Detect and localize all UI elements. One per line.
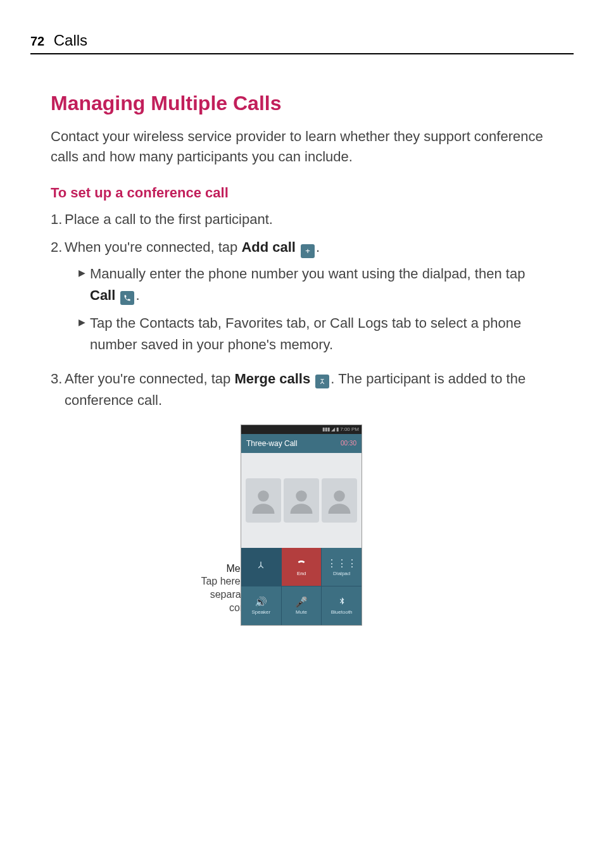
button-grid: End ⋮⋮⋮ Dialpad 🔊 Speaker 🎤 Mute Bluetoo… [241, 548, 362, 625]
triangle-icon: ▶ [79, 313, 90, 356]
step-body: After you're connected, tap Merge calls … [65, 368, 553, 411]
steps-list: 1. Place a call to the first participant… [51, 209, 553, 412]
avatar-row [241, 453, 362, 548]
speaker-button[interactable]: 🔊 Speaker [241, 586, 281, 625]
mute-icon: 🎤 [295, 596, 308, 608]
button-label: Speaker [251, 609, 270, 615]
sub-heading: To set up a conference call [51, 185, 553, 201]
end-call-icon [296, 557, 306, 569]
page-content: Managing Multiple Calls Contact your wir… [51, 92, 553, 640]
phone-icon [120, 291, 134, 305]
text-fragment: . [135, 287, 139, 303]
step-body: When you're connected, tap Add call +. ▶… [65, 237, 553, 362]
bluetooth-icon [337, 597, 346, 608]
svg-point-1 [296, 490, 307, 502]
bullet-body: Manually enter the phone number you want… [90, 263, 553, 306]
section-name: Calls [54, 32, 87, 49]
speaker-icon: 🔊 [255, 596, 267, 608]
page-header: 72 Calls [30, 32, 574, 54]
step-number: 1. [51, 209, 65, 230]
svg-point-2 [334, 490, 345, 502]
step-number: 2. [51, 237, 65, 362]
text-fragment [310, 371, 314, 387]
button-label: Bluetooth [331, 609, 353, 615]
signal-icon: ▮▮▮ ◢ ▮ [322, 426, 341, 432]
text-fragment: After you're connected, tap [65, 371, 234, 387]
text-fragment: When you're connected, tap [65, 239, 241, 255]
strong-label-merge-calls: Merge calls [234, 371, 310, 387]
merge-icon [315, 375, 329, 388]
text-fragment [115, 287, 119, 303]
button-label: Dialpad [333, 571, 350, 576]
status-time: 7:00 PM [340, 426, 359, 432]
page-number: 72 [30, 34, 44, 49]
sub-bullets: ▶ Manually enter the phone number you wa… [65, 263, 553, 356]
phone-mock: ▮▮▮ ◢ ▮ 7:00 PM Three-way Call 00:30 End [241, 425, 362, 626]
dialpad-button[interactable]: ⋮⋮⋮ Dialpad [322, 548, 362, 586]
end-button[interactable]: End [282, 548, 322, 586]
intro-paragraph: Contact your wireless service provider t… [51, 127, 553, 167]
step-3: 3. After you're connected, tap Merge cal… [51, 368, 553, 411]
text-fragment: Manually enter the phone number you want… [90, 266, 525, 282]
button-label: Mute [296, 609, 307, 615]
step-2: 2. When you're connected, tap Add call +… [51, 237, 553, 362]
step-number: 3. [51, 368, 65, 411]
sub-bullet-2: ▶ Tap the Contacts tab, Favorites tab, o… [79, 313, 553, 356]
step-body: Place a call to the first participant. [65, 209, 553, 230]
dialpad-icon: ⋮⋮⋮ [327, 557, 357, 569]
step-1: 1. Place a call to the first participant… [51, 209, 553, 230]
strong-label-add-call: Add call [241, 239, 296, 255]
mute-button[interactable]: 🎤 Mute [282, 586, 322, 625]
svg-point-0 [258, 490, 269, 502]
sub-bullet-1: ▶ Manually enter the phone number you wa… [79, 263, 553, 306]
text-fragment: . [316, 239, 320, 255]
merge-button[interactable] [241, 548, 281, 586]
button-label: End [297, 571, 306, 576]
page-title: Managing Multiple Calls [51, 92, 553, 115]
call-title: Three-way Call [246, 439, 298, 448]
avatar [284, 478, 319, 523]
bullet-body: Tap the Contacts tab, Favorites tab, or … [90, 313, 553, 356]
merge-icon [256, 560, 266, 573]
avatar [246, 478, 281, 523]
status-bar: ▮▮▮ ◢ ▮ 7:00 PM [241, 425, 362, 434]
strong-label-call: Call [90, 287, 115, 303]
bluetooth-button[interactable]: Bluetooth [322, 586, 362, 625]
avatar [322, 478, 357, 523]
text-fragment [296, 239, 299, 255]
plus-icon: + [301, 244, 315, 258]
call-timer: 00:30 [341, 440, 356, 447]
call-header: Three-way Call 00:30 [241, 434, 362, 453]
triangle-icon: ▶ [79, 263, 90, 306]
figure: Merge calls Icon Tap here to merge the s… [51, 425, 553, 640]
